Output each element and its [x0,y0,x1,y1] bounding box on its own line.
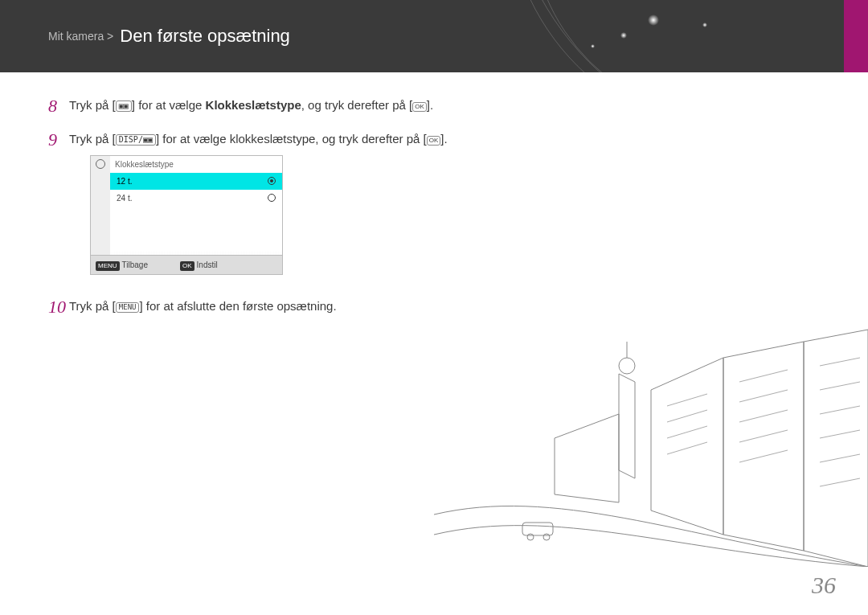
ui-footer: MENUTilbage OKIndstil [91,255,282,274]
ui-footer-set-label: Indstil [197,260,218,269]
ui-spacer [110,207,282,255]
sparkle-icon [648,14,659,26]
svg-rect-2 [522,523,553,535]
gear-icon [96,159,105,169]
step-number: 9 [48,130,69,275]
ui-footer-set: OKIndstil [180,259,218,271]
step-text: Tryk på [ [69,132,116,146]
svg-line-5 [667,394,707,406]
step-text: Tryk på [ [69,299,116,313]
ui-option-label: 24 t. [117,192,132,204]
city-illustration [434,326,868,567]
step-text: ]. [427,98,433,112]
step-number: 8 [48,96,69,116]
accent-stripe [844,0,868,72]
ui-sidebar [91,156,110,255]
step-text: ] for at vælge [132,98,206,112]
ui-footer-back: MENUTilbage [96,259,148,271]
ui-option-label: 12 t. [117,175,132,187]
sparkle-icon [591,44,595,48]
ui-footer-back-label: Tilbage [122,260,148,269]
step-body: Tryk på [DISP/▣▣] for at vælge klokkeslæ… [69,130,820,275]
svg-line-14 [820,358,860,366]
step-bold: Klokkeslætstype [206,98,301,112]
ui-title: Klokkeslætstype [110,156,282,173]
svg-line-9 [739,370,788,382]
svg-point-3 [527,534,534,540]
step-text: ] for at vælge klokkeslætstype, og tryk … [156,132,427,146]
page-title: Den første opsætning [120,26,290,47]
svg-point-0 [619,358,635,374]
step-body: Tryk på [MENU] for at afslutte den først… [69,297,820,317]
step-10: 10 Tryk på [MENU] for at afslutte den fø… [48,297,820,317]
svg-line-19 [820,478,860,486]
sparkle-icon [702,23,707,27]
step-9: 9 Tryk på [DISP/▣▣] for at vælge klokkes… [48,130,820,275]
svg-line-18 [820,454,860,462]
step-text: ]. [440,132,447,146]
ui-main: Klokkeslætstype 12 t. 24 t. [110,156,282,255]
step-text: Tryk på [ [69,98,116,112]
svg-line-13 [739,450,788,462]
menu-glyph-icon: MENU [116,302,140,313]
svg-line-16 [820,406,860,414]
sparkle-icon [620,32,627,39]
ok-glyph-icon: OK [412,102,427,112]
svg-line-15 [820,382,860,390]
svg-line-17 [820,430,860,438]
ui-row: Klokkeslætstype 12 t. 24 t. [91,156,282,255]
svg-line-12 [739,430,788,442]
radio-unselected-icon [268,194,276,202]
button-glyph-icon: ▣▣ [116,100,132,112]
step-text: ] for at afslutte den første opsætning. [139,299,336,313]
ui-option-24h[interactable]: 24 t. [110,190,282,207]
ui-option-12h[interactable]: 12 t. [110,173,282,190]
page-number: 36 [812,572,836,599]
svg-line-7 [667,426,707,438]
page-header: Mit kamera > Den første opsætning [0,0,868,72]
step-number: 10 [48,297,69,317]
svg-line-6 [667,410,707,422]
svg-line-10 [739,390,788,402]
ok-glyph-icon: OK [427,136,441,146]
button-glyph-icon: DISP/▣▣ [116,134,156,146]
breadcrumb: Mit kamera > [48,30,113,43]
menu-tag-icon: MENU [96,261,120,271]
camera-ui-box: Klokkeslætstype 12 t. 24 t. [90,155,283,275]
svg-line-8 [667,442,707,454]
ok-tag-icon: OK [180,261,194,271]
radio-selected-icon [268,177,276,185]
svg-line-11 [739,410,788,422]
svg-point-4 [543,534,550,540]
step-text: , og tryk derefter på [ [301,98,412,112]
